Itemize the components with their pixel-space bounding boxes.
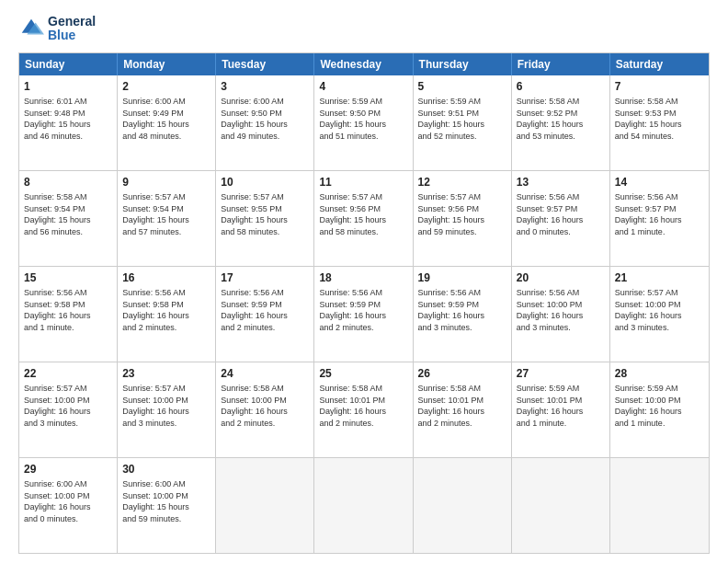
calendar-day-11: 11Sunrise: 5:57 AMSunset: 9:56 PMDayligh… <box>314 171 413 266</box>
day-number: 5 <box>418 79 506 94</box>
calendar-day-19: 19Sunrise: 5:56 AMSunset: 9:59 PMDayligh… <box>414 267 512 362</box>
day-number: 18 <box>319 270 407 285</box>
day-info: Sunrise: 5:56 AMSunset: 9:59 PMDaylight:… <box>319 287 407 333</box>
calendar-day-18: 18Sunrise: 5:56 AMSunset: 9:59 PMDayligh… <box>314 267 413 362</box>
calendar-day-1: 1Sunrise: 6:01 AMSunset: 9:48 PMDaylight… <box>19 75 118 170</box>
day-info: Sunrise: 5:57 AMSunset: 10:00 PMDaylight… <box>122 383 210 429</box>
calendar-day-22: 22Sunrise: 5:57 AMSunset: 10:00 PMDaylig… <box>19 362 118 457</box>
day-header-saturday: Saturday <box>610 53 709 75</box>
day-info: Sunrise: 5:56 AMSunset: 9:59 PMDaylight:… <box>418 287 506 333</box>
calendar: SundayMondayTuesdayWednesdayThursdayFrid… <box>18 52 710 554</box>
day-info: Sunrise: 5:58 AMSunset: 9:52 PMDaylight:… <box>517 96 605 142</box>
day-info: Sunrise: 5:56 AMSunset: 9:57 PMDaylight:… <box>517 191 605 237</box>
day-header-monday: Monday <box>118 53 216 75</box>
calendar-day-7: 7Sunrise: 5:58 AMSunset: 9:53 PMDaylight… <box>610 75 709 170</box>
day-info: Sunrise: 5:56 AMSunset: 9:57 PMDaylight:… <box>615 191 704 237</box>
page: General Blue SundayMondayTuesdayWednesda… <box>0 0 728 563</box>
day-header-sunday: Sunday <box>19 53 118 75</box>
day-number: 22 <box>24 366 112 381</box>
calendar-day-8: 8Sunrise: 5:58 AMSunset: 9:54 PMDaylight… <box>19 171 118 266</box>
calendar-day-17: 17Sunrise: 5:56 AMSunset: 9:59 PMDayligh… <box>216 267 314 362</box>
day-number: 19 <box>418 270 506 285</box>
day-info: Sunrise: 6:00 AMSunset: 9:50 PMDaylight:… <box>221 96 309 142</box>
day-number: 9 <box>122 175 210 190</box>
day-info: Sunrise: 5:56 AMSunset: 9:59 PMDaylight:… <box>221 287 309 333</box>
day-number: 14 <box>615 175 704 190</box>
calendar-day-empty <box>314 458 413 553</box>
day-info: Sunrise: 5:58 AMSunset: 10:01 PMDaylight… <box>418 383 506 429</box>
day-number: 1 <box>24 79 112 94</box>
day-number: 15 <box>24 270 112 285</box>
day-info: Sunrise: 5:59 AMSunset: 9:50 PMDaylight:… <box>319 96 407 142</box>
calendar-day-6: 6Sunrise: 5:58 AMSunset: 9:52 PMDaylight… <box>512 75 610 170</box>
day-number: 24 <box>221 366 309 381</box>
calendar-day-2: 2Sunrise: 6:00 AMSunset: 9:49 PMDaylight… <box>118 75 216 170</box>
calendar-day-21: 21Sunrise: 5:57 AMSunset: 10:00 PMDaylig… <box>610 267 709 362</box>
day-number: 16 <box>122 270 210 285</box>
calendar-day-23: 23Sunrise: 5:57 AMSunset: 10:00 PMDaylig… <box>118 362 216 457</box>
calendar-day-15: 15Sunrise: 5:56 AMSunset: 9:58 PMDayligh… <box>19 267 118 362</box>
calendar-day-27: 27Sunrise: 5:59 AMSunset: 10:01 PMDaylig… <box>512 362 610 457</box>
day-info: Sunrise: 5:58 AMSunset: 9:54 PMDaylight:… <box>24 191 112 237</box>
day-info: Sunrise: 5:59 AMSunset: 9:51 PMDaylight:… <box>418 96 506 142</box>
calendar-week-2: 8Sunrise: 5:58 AMSunset: 9:54 PMDaylight… <box>19 170 709 266</box>
calendar-day-24: 24Sunrise: 5:58 AMSunset: 10:00 PMDaylig… <box>216 362 314 457</box>
day-info: Sunrise: 5:57 AMSunset: 10:00 PMDaylight… <box>615 287 704 333</box>
day-number: 17 <box>221 270 309 285</box>
calendar-day-3: 3Sunrise: 6:00 AMSunset: 9:50 PMDaylight… <box>216 75 314 170</box>
calendar-week-1: 1Sunrise: 6:01 AMSunset: 9:48 PMDaylight… <box>19 75 709 170</box>
calendar-day-26: 26Sunrise: 5:58 AMSunset: 10:01 PMDaylig… <box>414 362 512 457</box>
day-info: Sunrise: 5:56 AMSunset: 9:58 PMDaylight:… <box>24 287 112 333</box>
day-info: Sunrise: 5:58 AMSunset: 10:00 PMDaylight… <box>221 383 309 429</box>
day-header-thursday: Thursday <box>414 53 512 75</box>
calendar-body: 1Sunrise: 6:01 AMSunset: 9:48 PMDaylight… <box>19 75 709 553</box>
calendar-week-4: 22Sunrise: 5:57 AMSunset: 10:00 PMDaylig… <box>19 362 709 457</box>
header: General Blue <box>18 15 710 43</box>
day-number: 8 <box>24 175 112 190</box>
day-info: Sunrise: 5:59 AMSunset: 10:01 PMDaylight… <box>517 383 605 429</box>
calendar-week-3: 15Sunrise: 5:56 AMSunset: 9:58 PMDayligh… <box>19 266 709 362</box>
calendar-day-20: 20Sunrise: 5:56 AMSunset: 10:00 PMDaylig… <box>512 267 610 362</box>
day-number: 2 <box>122 79 210 94</box>
day-info: Sunrise: 5:56 AMSunset: 9:58 PMDaylight:… <box>122 287 210 333</box>
day-number: 21 <box>615 270 704 285</box>
day-number: 12 <box>418 175 506 190</box>
day-info: Sunrise: 6:00 AMSunset: 10:00 PMDaylight… <box>24 478 112 524</box>
calendar-day-empty <box>216 458 314 553</box>
day-number: 13 <box>517 175 605 190</box>
day-header-wednesday: Wednesday <box>314 53 413 75</box>
day-info: Sunrise: 5:57 AMSunset: 9:56 PMDaylight:… <box>418 191 506 237</box>
day-info: Sunrise: 5:59 AMSunset: 10:00 PMDaylight… <box>615 383 704 429</box>
day-info: Sunrise: 5:58 AMSunset: 9:53 PMDaylight:… <box>615 96 704 142</box>
calendar-day-13: 13Sunrise: 5:56 AMSunset: 9:57 PMDayligh… <box>512 171 610 266</box>
day-number: 28 <box>615 366 704 381</box>
day-info: Sunrise: 5:56 AMSunset: 10:00 PMDaylight… <box>517 287 605 333</box>
day-number: 4 <box>319 79 407 94</box>
logo-icon <box>18 16 44 41</box>
day-number: 20 <box>517 270 605 285</box>
day-info: Sunrise: 5:57 AMSunset: 9:56 PMDaylight:… <box>319 191 407 237</box>
day-number: 3 <box>221 79 309 94</box>
day-info: Sunrise: 5:57 AMSunset: 10:00 PMDaylight… <box>24 383 112 429</box>
day-number: 10 <box>221 175 309 190</box>
calendar-day-empty <box>610 458 709 553</box>
day-number: 6 <box>517 79 605 94</box>
day-header-tuesday: Tuesday <box>216 53 314 75</box>
calendar-week-5: 29Sunrise: 6:00 AMSunset: 10:00 PMDaylig… <box>19 457 709 553</box>
calendar-day-14: 14Sunrise: 5:56 AMSunset: 9:57 PMDayligh… <box>610 171 709 266</box>
day-number: 29 <box>24 462 112 477</box>
calendar-day-30: 30Sunrise: 6:00 AMSunset: 10:00 PMDaylig… <box>118 458 216 553</box>
day-number: 25 <box>319 366 407 381</box>
day-header-friday: Friday <box>512 53 610 75</box>
calendar-day-5: 5Sunrise: 5:59 AMSunset: 9:51 PMDaylight… <box>414 75 512 170</box>
calendar-day-10: 10Sunrise: 5:57 AMSunset: 9:55 PMDayligh… <box>216 171 314 266</box>
calendar-day-12: 12Sunrise: 5:57 AMSunset: 9:56 PMDayligh… <box>414 171 512 266</box>
calendar-day-empty <box>414 458 512 553</box>
calendar-day-29: 29Sunrise: 6:00 AMSunset: 10:00 PMDaylig… <box>19 458 118 553</box>
calendar-day-25: 25Sunrise: 5:58 AMSunset: 10:01 PMDaylig… <box>314 362 413 457</box>
day-info: Sunrise: 6:00 AMSunset: 10:00 PMDaylight… <box>122 478 210 524</box>
day-info: Sunrise: 5:58 AMSunset: 10:01 PMDaylight… <box>319 383 407 429</box>
day-info: Sunrise: 5:57 AMSunset: 9:55 PMDaylight:… <box>221 191 309 237</box>
calendar-day-9: 9Sunrise: 5:57 AMSunset: 9:54 PMDaylight… <box>118 171 216 266</box>
logo-text: General Blue <box>48 15 96 43</box>
